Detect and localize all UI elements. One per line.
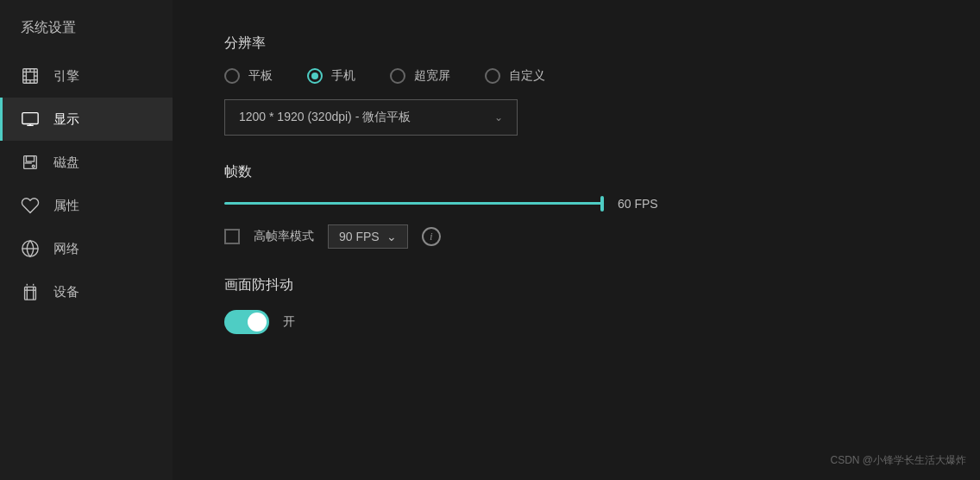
watermark: CSDN @小锋学长生活大爆炸 — [830, 453, 966, 468]
engine-icon — [21, 66, 40, 85]
hfr-fps-dropdown[interactable]: 90 FPS ⌄ — [328, 224, 408, 249]
radio-ultrawide[interactable]: 超宽屏 — [390, 68, 450, 84]
sidebar-label-properties: 属性 — [53, 198, 79, 214]
sidebar-item-network[interactable]: 网络 — [0, 227, 173, 270]
resolution-section: 分辨率 平板 手机 超宽屏 自定义 1200 * 1920 (320dpi) -… — [224, 35, 928, 136]
radio-label-phone: 手机 — [331, 68, 355, 84]
sidebar-item-engine[interactable]: 引擎 — [0, 54, 173, 98]
sidebar-item-display[interactable]: 显示 — [0, 98, 173, 141]
fps-slider-track[interactable] — [224, 202, 604, 205]
fps-value-label: 60 FPS — [618, 197, 658, 211]
sidebar-label-engine: 引擎 — [53, 68, 79, 85]
sidebar-label-device: 设备 — [53, 284, 79, 300]
radio-circle-tablet — [224, 68, 240, 84]
properties-icon — [21, 196, 40, 215]
radio-label-ultrawide: 超宽屏 — [414, 68, 450, 84]
sidebar-label-network: 网络 — [53, 241, 79, 257]
radio-circle-ultrawide — [390, 68, 405, 84]
slider-handle — [600, 196, 604, 212]
hfr-chevron-icon: ⌄ — [386, 230, 397, 243]
radio-label-custom: 自定义 — [509, 68, 545, 84]
radio-custom[interactable]: 自定义 — [485, 68, 545, 84]
hfr-label: 高帧率模式 — [254, 229, 314, 244]
stabilizer-title: 画面防抖动 — [224, 276, 928, 294]
toggle-row: 开 — [224, 310, 928, 334]
svg-rect-27 — [25, 287, 36, 300]
radio-label-tablet: 平板 — [248, 68, 273, 84]
radio-tablet[interactable]: 平板 — [224, 68, 273, 84]
sidebar: 系统设置 引擎 — [0, 0, 173, 480]
radio-circle-phone — [307, 68, 323, 84]
display-icon — [21, 110, 40, 129]
sidebar-item-device[interactable]: 设备 — [0, 270, 173, 313]
radio-phone[interactable]: 手机 — [307, 68, 355, 84]
radio-circle-custom — [485, 68, 500, 84]
sidebar-label-display: 显示 — [53, 111, 79, 128]
hfr-fps-value: 90 FPS — [339, 230, 380, 243]
svg-point-19 — [32, 165, 35, 167]
fps-slider-row: 60 FPS — [224, 197, 928, 211]
svg-rect-14 — [22, 113, 38, 124]
disk-icon — [21, 153, 40, 172]
resolution-title: 分辨率 — [224, 35, 928, 53]
stabilizer-toggle[interactable] — [224, 310, 269, 334]
sidebar-label-disk: 磁盘 — [53, 155, 79, 171]
resolution-dropdown-value: 1200 * 1920 (320dpi) - 微信平板 — [239, 110, 411, 125]
slider-fill — [224, 202, 604, 205]
resolution-radio-group: 平板 手机 超宽屏 自定义 — [224, 68, 928, 84]
info-icon[interactable]: i — [422, 227, 441, 246]
device-icon — [21, 282, 40, 301]
main-content: 分辨率 平板 手机 超宽屏 自定义 1200 * 1920 (320dpi) -… — [173, 0, 980, 480]
network-icon — [21, 239, 40, 258]
toggle-state-label: 开 — [283, 314, 295, 330]
hfr-checkbox[interactable] — [224, 229, 240, 244]
resolution-dropdown-container: 1200 * 1920 (320dpi) - 微信平板 ⌄ — [224, 99, 928, 136]
svg-rect-1 — [26, 72, 34, 79]
sidebar-item-properties[interactable]: 属性 — [0, 184, 173, 227]
stabilizer-section: 画面防抖动 开 — [224, 276, 928, 334]
svg-rect-18 — [26, 156, 34, 161]
fps-section: 帧数 60 FPS 高帧率模式 90 FPS ⌄ i — [224, 163, 928, 249]
resolution-dropdown[interactable]: 1200 * 1920 (320dpi) - 微信平板 ⌄ — [224, 99, 518, 136]
toggle-knob — [248, 313, 267, 332]
sidebar-title: 系统设置 — [0, 10, 173, 54]
chevron-down-icon: ⌄ — [494, 111, 503, 123]
hfr-row: 高帧率模式 90 FPS ⌄ i — [224, 224, 928, 249]
sidebar-item-disk[interactable]: 磁盘 — [0, 141, 173, 184]
fps-title: 帧数 — [224, 163, 928, 181]
